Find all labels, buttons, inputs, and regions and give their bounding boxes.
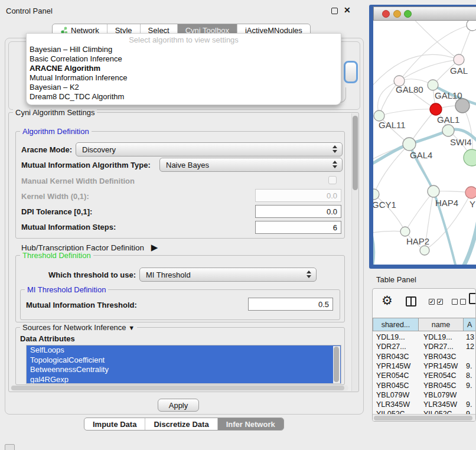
table-cell: 8.: [466, 371, 476, 380]
table-cell: YDL19...: [376, 333, 420, 341]
network-node-hap4[interactable]: [428, 185, 439, 197]
screen: Control Panel ✕ NetworkStyleSelectCyni T…: [0, 0, 476, 450]
network-canvas[interactable]: GALGAL80GAL10GAL1GAL11SWI4GAL4GCY1HAP4YH…: [373, 21, 476, 265]
mi-threshold-group-title: MI Threshold Definition: [25, 285, 108, 294]
settings-horizontal-scrollbar[interactable]: [11, 385, 348, 391]
attribute-item-gal4rgexp[interactable]: gal4RGexp: [27, 375, 341, 384]
table-cell: YDR27...: [423, 343, 466, 351]
focused-combo-fragment[interactable]: [344, 61, 358, 83]
table-row[interactable]: YDL19...YDL19...13: [373, 333, 475, 343]
algorithm-option-mutual-information-inference[interactable]: Mutual Information Inference: [27, 73, 341, 83]
network-edge: [373, 224, 374, 265]
network-node-label: GAL80: [396, 84, 423, 94]
table-row[interactable]: YDR27...YDR27...12: [373, 343, 475, 352]
network-node-label: GAL10: [435, 90, 462, 100]
column-layout-icon[interactable]: [406, 296, 416, 306]
mac-close-button[interactable]: [382, 10, 390, 18]
algorithm-option-aracne-algorithm[interactable]: ARACNE Algorithm: [27, 64, 341, 73]
collapsed-arrow-icon: ▶: [151, 242, 158, 252]
document-icon[interactable]: [469, 293, 476, 304]
dpi-tolerance-field[interactable]: 0.0: [255, 205, 341, 218]
table-cell: YPR145W: [423, 362, 466, 370]
bottom-tab-impute-data[interactable]: Impute Data: [84, 418, 145, 430]
expanded-arrow-icon[interactable]: ▼: [128, 324, 135, 331]
column-header-shared[interactable]: shared...: [373, 318, 419, 331]
attribute-item-betweennesscentrality[interactable]: BetweennessCentrality: [27, 365, 341, 375]
table-cell: YBR045C: [376, 381, 420, 390]
checked-checkbox-icon[interactable]: ✓: [437, 299, 443, 305]
table-row[interactable]: YBL079WYBL079W: [373, 391, 475, 400]
bottom-tab-discretize-data[interactable]: Discretize Data: [145, 418, 217, 430]
algorithm-option-dream8-dc-tdc-algorithm[interactable]: Dream8 DC_TDC Algorithm: [27, 92, 341, 102]
attribute-item-topologicalcoefficient[interactable]: TopologicalCoefficient: [27, 356, 341, 366]
network-node-hap2[interactable]: [400, 227, 410, 236]
network-node[interactable]: [467, 21, 476, 31]
algorithm-option-bayesian-hill-climbing[interactable]: Bayesian – Hill Climbing: [27, 45, 341, 54]
network-node-label: SWI4: [450, 137, 472, 147]
mi-threshold-field[interactable]: 0.5: [248, 298, 333, 311]
close-panel-icon[interactable]: ✕: [344, 5, 351, 15]
table-cell: 13: [466, 333, 476, 341]
bottom-tab-infer-network[interactable]: Infer Network: [217, 418, 283, 430]
which-threshold-label: Which threshold to use:: [48, 270, 136, 279]
table-panel: ⚙ ✓ ✓ shared...nameA YDL19...YDL19...13Y…: [372, 288, 476, 422]
unchecked-checkbox-icon[interactable]: [452, 299, 458, 305]
network-node-swi4[interactable]: [442, 125, 454, 136]
network-node[interactable]: [420, 246, 429, 255]
network-edge: [379, 109, 436, 116]
network-node-label: GAL: [450, 66, 468, 76]
network-view-window: GALGAL80GAL10GAL1GAL11SWI4GAL4GCY1HAP4YH…: [369, 5, 476, 269]
network-node-label: GAL4: [410, 150, 432, 160]
combo-spinner-icon: [332, 161, 338, 168]
network-node-gal4[interactable]: [403, 138, 416, 151]
network-node-gal10[interactable]: [428, 80, 438, 90]
table-cell: YBR045C: [423, 381, 466, 390]
manual-kernel-checkbox[interactable]: [328, 176, 337, 184]
network-edge: [373, 129, 476, 167]
float-panel-icon[interactable]: [331, 8, 338, 14]
unchecked-checkbox-icon[interactable]: [460, 299, 466, 305]
algorithm-option-basic-correlation-inference[interactable]: Basic Correlation Inference: [27, 54, 341, 64]
table-cell: 9.: [466, 381, 476, 390]
which-threshold-combo[interactable]: MI Threshold: [139, 268, 317, 282]
table-cell: 9.: [466, 400, 476, 409]
network-node-y[interactable]: [465, 187, 476, 198]
table-row[interactable]: YPR145WYPR145W9.: [373, 362, 475, 371]
aracne-mode-combo[interactable]: Discovery: [76, 142, 343, 156]
network-node[interactable]: [464, 149, 476, 166]
table-row[interactable]: YBR043CYBR043C: [373, 353, 475, 362]
table-cell: YDR27...: [376, 343, 420, 351]
control-panel-title: Control Panel: [6, 6, 53, 15]
table-row[interactable]: YBR045CYBR045C9.: [373, 381, 475, 391]
attribute-item-selfloops[interactable]: SelfLoops: [27, 345, 341, 356]
settings-vertical-scrollbar[interactable]: [351, 113, 358, 391]
mac-minimize-button[interactable]: [393, 10, 401, 18]
column-header-name[interactable]: name: [419, 318, 464, 331]
table-cell: YER054C: [376, 371, 420, 380]
table-cell: YDL19...: [423, 333, 466, 341]
mac-zoom-button[interactable]: [404, 10, 412, 18]
data-attributes-label: Data Attributes: [20, 334, 75, 343]
network-node-gal1[interactable]: [430, 103, 442, 115]
table-cell: YBR043C: [376, 353, 420, 361]
column-header-a[interactable]: A: [464, 318, 476, 331]
manual-kernel-label: Manual Kernel Width Definition: [21, 177, 135, 185]
network-node[interactable]: [455, 99, 470, 113]
network-node-gal[interactable]: [454, 54, 464, 65]
table-row[interactable]: YER054CYER054C8.: [373, 371, 475, 381]
apply-button[interactable]: Apply: [158, 399, 199, 412]
algorithm-option-bayesian-k2[interactable]: Bayesian – K2: [27, 83, 341, 92]
table-cell: YPR145W: [376, 362, 420, 370]
network-window-titlebar[interactable]: [373, 6, 476, 21]
network-node-label: GCY1: [373, 200, 396, 210]
collapsed-panel-icon[interactable]: [5, 444, 15, 450]
mi-type-combo[interactable]: Naive Bayes: [159, 158, 343, 172]
table-panel-title: Table Panel: [376, 275, 416, 284]
kernel-width-field[interactable]: 0.0: [255, 189, 341, 202]
gear-icon[interactable]: ⚙: [382, 294, 393, 308]
attributes-list-scrollbar[interactable]: [333, 346, 340, 383]
table-row[interactable]: YLR345WYLR345W9.: [373, 400, 475, 410]
mi-steps-field[interactable]: 6: [255, 221, 341, 234]
table-horizontal-scrollbar[interactable]: [373, 414, 475, 421]
checked-checkbox-icon[interactable]: ✓: [429, 299, 435, 305]
